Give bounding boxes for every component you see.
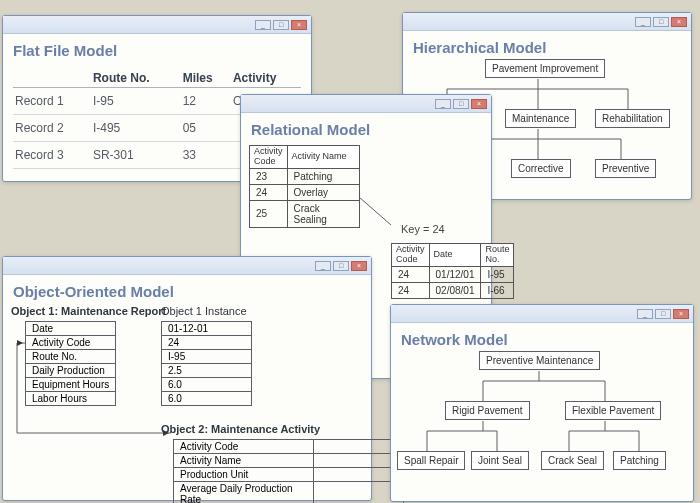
table-row: 2402/08/01I-66 [392,282,514,298]
min-button[interactable]: _ [435,99,451,109]
close-button[interactable]: × [671,17,687,27]
titlebar: _ □ × [403,13,691,31]
node-root: Preventive Maintenance [479,351,600,370]
window-title: Flat File Model [13,42,301,59]
object2-fields: Activity Code Activity Name Production U… [173,439,404,503]
window-title: Object-Oriented Model [13,283,361,300]
node-leaf: Patching [613,451,666,470]
node-mid: Rigid Pavement [445,401,530,420]
min-button[interactable]: _ [315,261,331,271]
close-button[interactable]: × [471,99,487,109]
node-mid: Flexible Pavement [565,401,661,420]
node-leaf: Preventive [595,159,656,178]
node-leaf: Corrective [511,159,571,178]
table-row: 24Overlay [250,184,360,200]
object1-fields: Date Activity Code Route No. Daily Produ… [25,321,116,406]
min-button[interactable]: _ [635,17,651,27]
arrow-head-icon: ▸ [163,425,169,439]
titlebar: _ □ × [3,257,371,275]
window-object-oriented: _ □ × Object-Oriented Model Object 1: Ma… [2,256,372,501]
node-leaf: Joint Seal [471,451,529,470]
table-row: 25Crack Sealing [250,200,360,227]
relational-table-2: Activity CodeDateRoute No. 2401/12/01I-9… [391,243,514,299]
min-button[interactable]: _ [255,20,271,30]
relational-table-1: Activity CodeActivity Name 23Patching 24… [249,145,360,228]
svg-line-10 [359,197,391,225]
window-network: _ □ × Network Model Preventive Maintenan… [390,304,694,502]
max-button[interactable]: □ [655,309,671,319]
close-button[interactable]: × [351,261,367,271]
object2-label: Object 2: Maintenance Activity [161,423,320,435]
titlebar: _ □ × [241,95,491,113]
titlebar: _ □ × [3,16,311,34]
window-title: Network Model [401,331,683,348]
table-row: 2401/12/01I-95 [392,266,514,282]
node-leaf: Crack Seal [541,451,604,470]
node-leaf: Spall Repair [397,451,465,470]
max-button[interactable]: □ [273,20,289,30]
window-title: Hierarchical Model [413,39,681,56]
table-row: 23Patching [250,168,360,184]
min-button[interactable]: _ [637,309,653,319]
arrow-head-icon: ▸ [17,335,23,349]
node-root: Pavement Improvement [485,59,605,78]
max-button[interactable]: □ [333,261,349,271]
window-title: Relational Model [251,121,481,138]
max-button[interactable]: □ [453,99,469,109]
object1-label: Object 1: Maintenance Report [11,305,166,317]
key-label: Key = 24 [401,223,445,235]
max-button[interactable]: □ [653,17,669,27]
object1-instance-label: Object 1 Instance [161,305,247,317]
close-button[interactable]: × [291,20,307,30]
object1-values: 01-12-01 24 I-95 2.5 6.0 6.0 [161,321,252,406]
node-mid: Maintenance [505,109,576,128]
close-button[interactable]: × [673,309,689,319]
node-mid: Rehabilitation [595,109,670,128]
titlebar: _ □ × [391,305,693,323]
